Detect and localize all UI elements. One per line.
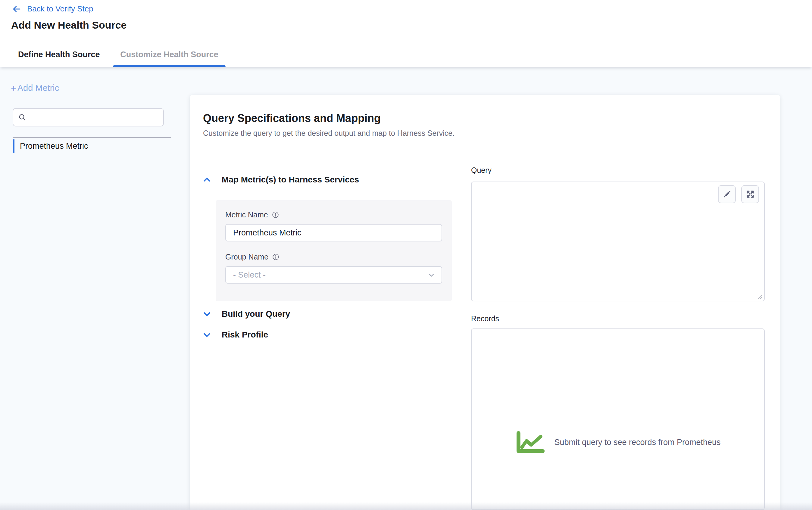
records-label: Records: [471, 314, 499, 323]
tab-label: Customize Health Source: [120, 50, 219, 59]
records-box: Submit query to see records from Prometh…: [471, 328, 765, 510]
add-metric-button[interactable]: + Add Metric: [11, 83, 59, 93]
expand-query-button[interactable]: [741, 185, 759, 203]
pencil-icon: [722, 190, 732, 199]
group-name-label: Group Name: [225, 252, 268, 261]
add-health-source-page: Back to Verify Step Add New Health Sourc…: [0, 0, 812, 510]
section-label: Map Metric(s) to Harness Services: [222, 175, 359, 185]
active-tab-underline: [113, 65, 226, 67]
selected-indicator-bar: [13, 140, 14, 153]
tab-define-health-source[interactable]: Define Health Source: [18, 42, 100, 67]
search-icon: [18, 113, 27, 122]
edit-query-button[interactable]: [718, 185, 736, 203]
panel-divider: [203, 149, 767, 149]
metric-list-item[interactable]: Prometheus Metric: [13, 140, 169, 153]
section-build-your-query[interactable]: Build your Query: [202, 309, 290, 319]
chevron-down-icon: [202, 330, 211, 339]
chevron-down-icon: [427, 271, 436, 279]
panel-subtitle: Customize the query to get the desired o…: [203, 129, 767, 137]
back-link[interactable]: Back to Verify Step: [11, 4, 93, 13]
metric-mapping-card: Metric Name Group Name - Select -: [216, 200, 452, 301]
chevron-down-icon: [202, 309, 211, 319]
page-header: Back to Verify Step Add New Health Sourc…: [0, 0, 812, 42]
select-placeholder: - Select -: [233, 270, 266, 280]
section-label: Risk Profile: [222, 330, 268, 339]
line-chart-icon: [515, 430, 546, 454]
plus-icon: +: [11, 83, 17, 93]
search-input[interactable]: [27, 109, 163, 126]
info-icon[interactable]: [272, 211, 279, 218]
query-specifications-panel: Query Specifications and Mapping Customi…: [190, 95, 780, 510]
query-label: Query: [471, 166, 492, 175]
add-metric-label: Add Metric: [18, 83, 59, 93]
metric-search-box: [13, 108, 164, 126]
back-link-label: Back to Verify Step: [27, 4, 93, 13]
info-icon[interactable]: [272, 253, 279, 261]
metric-item-label: Prometheus Metric: [20, 142, 88, 151]
sidebar-divider: [13, 137, 171, 138]
records-empty-message: Submit query to see records from Prometh…: [554, 438, 720, 447]
section-map-metrics[interactable]: Map Metric(s) to Harness Services: [202, 175, 359, 185]
metric-name-label: Metric Name: [225, 210, 268, 219]
group-name-select[interactable]: - Select -: [225, 266, 442, 283]
page-title: Add New Health Source: [11, 19, 127, 31]
expand-icon: [745, 189, 755, 199]
section-label: Build your Query: [222, 309, 290, 319]
records-empty-state: Submit query to see records from Prometh…: [472, 430, 764, 454]
section-risk-profile[interactable]: Risk Profile: [202, 330, 268, 339]
resize-handle[interactable]: [758, 295, 763, 299]
metric-name-label-row: Metric Name: [225, 210, 442, 219]
tab-bar: Define Health Source Customize Health So…: [0, 42, 812, 67]
group-name-label-row: Group Name: [225, 252, 442, 261]
query-editor-box: [471, 182, 765, 301]
panel-title: Query Specifications and Mapping: [203, 112, 767, 124]
tab-customize-health-source[interactable]: Customize Health Source: [113, 42, 226, 67]
metric-name-input[interactable]: [225, 224, 442, 241]
tab-label: Define Health Source: [18, 50, 100, 59]
back-arrow-icon: [11, 4, 22, 13]
panel-header: Query Specifications and Mapping Customi…: [190, 95, 780, 149]
chevron-up-icon: [202, 175, 211, 184]
